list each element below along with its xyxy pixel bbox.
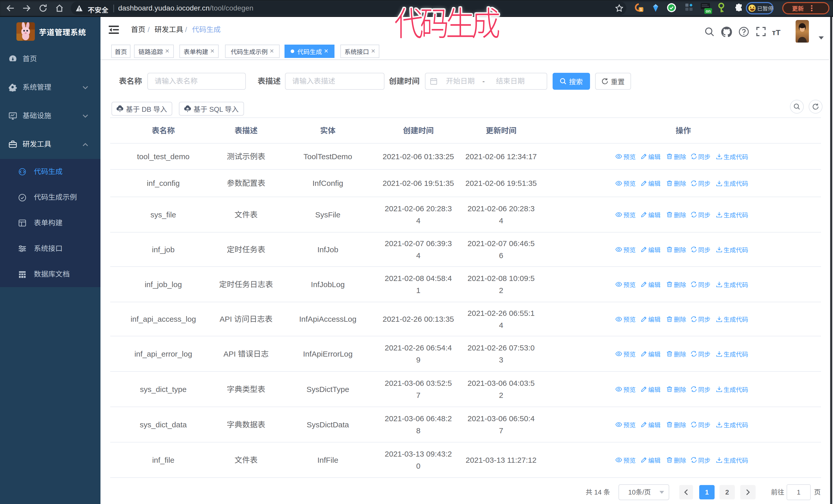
svg-text:on: on	[706, 9, 711, 13]
svg-text:1: 1	[640, 7, 642, 11]
